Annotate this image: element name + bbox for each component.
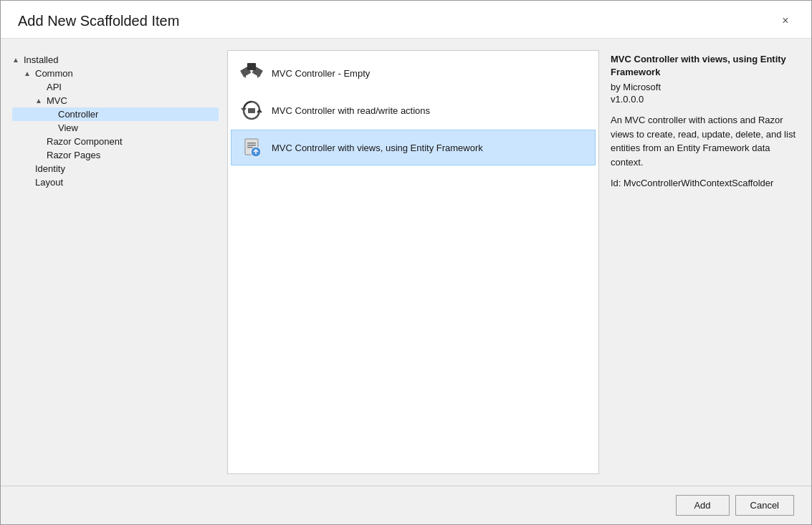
left-panel: ▲ Installed ▲ Common API ▲ MVC: [12, 50, 227, 474]
detail-version: v1.0.0.0: [611, 94, 800, 105]
tree-item-view[interactable]: View: [12, 121, 219, 135]
list-item-mvc-readwrite[interactable]: MVC Controller with read/write actions: [231, 92, 596, 128]
detail-description: An MVC controller with actions and Razor…: [611, 113, 800, 169]
tree-item-mvc[interactable]: ▲ MVC: [12, 94, 219, 107]
tree-label-common: Common: [35, 68, 216, 79]
tree-label-api: API: [47, 82, 216, 92]
mvc-readwrite-icon: [240, 99, 263, 122]
tree-arrow-common: ▲: [24, 69, 35, 77]
tree-label-mvc: MVC: [47, 95, 216, 106]
svg-rect-2: [247, 63, 256, 70]
list-item-mvc-empty-label: MVC Controller - Empty: [272, 68, 370, 79]
footer: Add Cancel: [1, 486, 811, 524]
mvc-ef-icon: [240, 136, 263, 159]
svg-rect-6: [247, 145, 256, 146]
middle-panel: MVC Controller - Empty MVC Controller wi: [227, 50, 599, 474]
list-item-mvc-ef-label: MVC Controller with views, using Entity …: [272, 143, 483, 153]
close-button[interactable]: ×: [777, 12, 794, 29]
detail-title: MVC Controller with views, using Entity …: [611, 53, 800, 79]
tree-item-razor-component[interactable]: Razor Component: [12, 135, 219, 148]
detail-id: Id: MvcControllerWithContextScaffolder: [611, 178, 800, 188]
dialog-title: Add New Scaffolded Item: [18, 13, 179, 29]
title-bar: Add New Scaffolded Item ×: [1, 1, 811, 39]
tree-label-razor-component: Razor Component: [47, 136, 216, 147]
svg-rect-7: [247, 147, 253, 148]
item-list: MVC Controller - Empty MVC Controller wi: [228, 51, 598, 170]
tree-item-api[interactable]: API: [12, 80, 219, 94]
tree-item-layout[interactable]: Layout: [12, 175, 219, 189]
tree-section: ▲ Installed ▲ Common API ▲ MVC: [12, 50, 219, 192]
tree-arrow-mvc: ▲: [35, 97, 47, 105]
tree-label-identity: Identity: [35, 163, 216, 174]
tree-item-installed[interactable]: ▲ Installed: [12, 53, 219, 67]
tree-item-razor-pages[interactable]: Razor Pages: [12, 148, 219, 162]
list-item-mvc-ef[interactable]: MVC Controller with views, using Entity …: [231, 130, 596, 165]
list-item-mvc-readwrite-label: MVC Controller with read/write actions: [272, 105, 430, 116]
tree-item-identity[interactable]: Identity: [12, 162, 219, 175]
list-item-mvc-empty[interactable]: MVC Controller - Empty: [231, 55, 596, 91]
add-scaffolded-item-dialog: Add New Scaffolded Item × ▲ Installed ▲ …: [0, 0, 812, 525]
tree-arrow-installed: ▲: [12, 56, 24, 64]
tree-label-razor-pages: Razor Pages: [47, 150, 216, 160]
tree-label-controller: Controller: [58, 109, 216, 120]
tree-label-installed: Installed: [24, 54, 216, 65]
tree-item-controller[interactable]: Controller: [12, 107, 219, 121]
tree-label-view: View: [58, 122, 216, 133]
add-button[interactable]: Add: [676, 495, 730, 516]
content-area: ▲ Installed ▲ Common API ▲ MVC: [1, 39, 811, 486]
mvc-empty-icon: [240, 62, 263, 85]
tree-label-layout: Layout: [35, 177, 216, 188]
tree-item-common[interactable]: ▲ Common: [12, 67, 219, 80]
right-panel: MVC Controller with views, using Entity …: [599, 50, 800, 474]
svg-rect-3: [248, 108, 255, 113]
detail-author: by Microsoft: [611, 82, 800, 92]
svg-rect-5: [247, 143, 256, 144]
cancel-button[interactable]: Cancel: [735, 495, 794, 516]
